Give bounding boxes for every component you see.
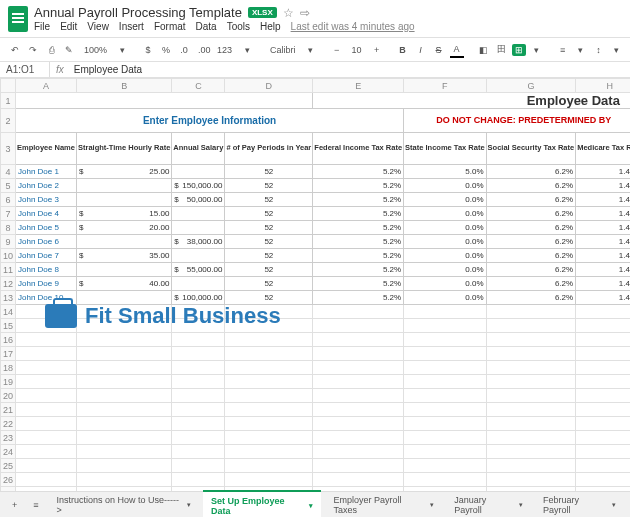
table-row[interactable]: 5John Doe 2$150,000.00525.2%0.0%6.2%1.45… <box>1 179 631 193</box>
sheet-tab-bar: + ≡ Instructions on How to Use----->▾ Se… <box>0 491 630 517</box>
fx-value[interactable]: Employee Data <box>70 62 146 77</box>
toolbar: ↶ ↷ ⎙ ✎ 100%▾ $ % .0 .00 123▾ Calibri▾ −… <box>0 37 630 62</box>
menu-edit[interactable]: Edit <box>60 21 77 32</box>
sheets-icon[interactable] <box>8 6 28 32</box>
doc-title[interactable]: Annual Payroll Processing Template <box>34 5 242 20</box>
percent-btn[interactable]: % <box>159 43 173 57</box>
row-3-headers[interactable]: 3 Employee Name Straight-Time Hourly Rat… <box>1 133 631 165</box>
fill-color-btn[interactable]: ◧ <box>476 43 490 57</box>
star-icon[interactable]: ☆ <box>283 6 294 20</box>
table-row[interactable]: 20 <box>1 389 631 403</box>
italic-btn[interactable]: I <box>414 43 428 57</box>
table-row[interactable]: 21 <box>1 403 631 417</box>
print-icon[interactable]: ⎙ <box>44 43 58 57</box>
formula-bar: A1:O1 fx Employee Data <box>0 62 630 78</box>
text-color-btn[interactable]: A <box>450 42 464 58</box>
zoom-select[interactable]: 100% <box>80 43 111 57</box>
add-sheet-btn[interactable]: + <box>6 498 23 512</box>
font-select[interactable]: Calibri <box>266 43 300 57</box>
menu-help[interactable]: Help <box>260 21 281 32</box>
menu-file[interactable]: File <box>34 21 50 32</box>
table-row[interactable]: 26 <box>1 473 631 487</box>
halign-btn[interactable]: ≡ <box>556 43 570 57</box>
row-1[interactable]: 1 Employee Data <box>1 93 631 109</box>
menu-format[interactable]: Format <box>154 21 186 32</box>
menu-insert[interactable]: Insert <box>119 21 144 32</box>
logo-text: Fit Small Business <box>85 303 281 329</box>
table-row[interactable]: 24 <box>1 445 631 459</box>
table-row[interactable]: 16 <box>1 333 631 347</box>
tab-february[interactable]: February Payroll▾ <box>535 491 624 518</box>
spreadsheet-grid[interactable]: ABCDEFGHIJK 1 Employee Data 2 Enter Empl… <box>0 78 630 517</box>
menu-data[interactable]: Data <box>196 21 217 32</box>
title-bar: Annual Payroll Processing Template XLSX … <box>0 0 630 37</box>
currency-btn[interactable]: $ <box>141 43 155 57</box>
table-row[interactable]: 12John Doe 9$40.00525.2%0.0%6.2%1.45%$-$… <box>1 277 631 291</box>
tab-setup-employee[interactable]: Set Up Employee Data▾ <box>203 490 321 518</box>
tab-instructions[interactable]: Instructions on How to Use----->▾ <box>49 491 200 518</box>
paint-icon[interactable]: ✎ <box>62 43 76 57</box>
section-do-not-change[interactable]: DO NOT CHANGE: PREDETERMINED BY <box>404 109 630 133</box>
row-2[interactable]: 2 Enter Employee Information DO NOT CHAN… <box>1 109 631 133</box>
column-headers[interactable]: ABCDEFGHIJK <box>1 79 631 93</box>
fx-label: fx <box>50 62 70 77</box>
dec-dec-btn[interactable]: .0 <box>177 43 191 57</box>
font-dec-btn[interactable]: − <box>330 43 344 57</box>
menu-tools[interactable]: Tools <box>227 21 250 32</box>
tab-employer-taxes[interactable]: Employer Payroll Taxes▾ <box>325 491 442 518</box>
watermark-logo: Fit Small Business <box>45 303 281 329</box>
section-enter-info[interactable]: Enter Employee Information <box>16 109 404 133</box>
table-row[interactable]: 18 <box>1 361 631 375</box>
redo-icon[interactable]: ↷ <box>26 43 40 57</box>
strike-btn[interactable]: S <box>432 43 446 57</box>
menu-view[interactable]: View <box>87 21 109 32</box>
table-row[interactable]: 7John Doe 4$15.00525.2%0.0%6.2%1.45%$-$-… <box>1 207 631 221</box>
table-row[interactable]: 23 <box>1 431 631 445</box>
valign-btn[interactable]: ↕ <box>592 43 606 57</box>
dec-inc-btn[interactable]: .00 <box>195 43 209 57</box>
undo-icon[interactable]: ↶ <box>8 43 22 57</box>
table-row[interactable]: 4John Doe 1$25.00525.2%5.0%6.2%1.45%$100… <box>1 165 631 179</box>
all-sheets-btn[interactable]: ≡ <box>27 498 44 512</box>
table-row[interactable]: 11John Doe 8$55,000.00525.2%0.0%6.2%1.45… <box>1 263 631 277</box>
table-row[interactable]: 9John Doe 6$38,000.00525.2%0.0%6.2%1.45%… <box>1 235 631 249</box>
bold-btn[interactable]: B <box>396 43 410 57</box>
cell-ref[interactable]: A1:O1 <box>0 62 50 77</box>
title-cell[interactable]: Employee Data <box>313 93 630 109</box>
last-edit-link[interactable]: Last edit was 4 minutes ago <box>291 21 415 32</box>
table-row[interactable]: 6John Doe 3$50,000.00525.2%0.0%6.2%1.45%… <box>1 193 631 207</box>
borders-btn[interactable]: 田 <box>494 41 508 58</box>
table-row[interactable]: 10John Doe 7$35.00525.2%0.0%6.2%1.45%$-$… <box>1 249 631 263</box>
font-inc-btn[interactable]: + <box>370 43 384 57</box>
briefcase-icon <box>45 304 77 328</box>
table-row[interactable]: 25 <box>1 459 631 473</box>
table-row[interactable]: 8John Doe 5$20.00525.2%0.0%6.2%1.45%$-$-… <box>1 221 631 235</box>
table-row[interactable]: 19 <box>1 375 631 389</box>
table-row[interactable]: 17 <box>1 347 631 361</box>
menu-bar: File Edit View Insert Format Data Tools … <box>34 21 415 32</box>
xlsx-badge: XLSX <box>248 7 277 18</box>
tab-january[interactable]: January Payroll▾ <box>446 491 531 518</box>
font-size[interactable]: 10 <box>348 43 366 57</box>
merge-btn[interactable]: ⊞ <box>512 44 526 56</box>
format-btn[interactable]: 123 <box>213 43 236 57</box>
move-icon[interactable]: ⇨ <box>300 6 310 20</box>
table-row[interactable]: 22 <box>1 417 631 431</box>
